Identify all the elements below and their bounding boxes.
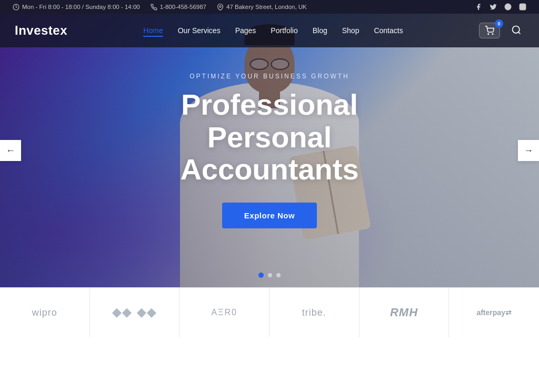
logo: Investex [15,23,67,38]
hero-subtitle: Optimize Your Business Growth [117,73,422,80]
hours-text: Mon - Fri 8:00 - 18:00 / Sunday 8:00 - 1… [22,4,140,10]
hero-title: Professional Personal Accountants [117,88,422,186]
diamond-logo: ◆◆ ◆◆ [112,306,156,319]
svg-line-9 [518,32,521,34]
partners-section: wipro ◆◆ ◆◆ AΞR0 tribe. RMH afterpay⇄ [0,287,539,337]
nav-blog[interactable]: Blog [313,26,327,35]
top-bar-left: Mon - Fri 8:00 - 18:00 / Sunday 8:00 - 1… [13,4,307,11]
facebook-icon[interactable] [475,3,482,11]
svg-point-1 [219,5,221,7]
hero-content: Optimize Your Business Growth Profession… [106,73,433,228]
top-bar: Mon - Fri 8:00 - 18:00 / Sunday 8:00 - 1… [0,0,539,14]
phone-icon [151,4,157,11]
explore-now-button[interactable]: Explore Now [222,203,317,228]
cart-icon [485,26,494,35]
dot-2[interactable] [268,273,272,277]
svg-point-7 [492,34,493,35]
cart-button[interactable]: 0 [479,23,500,38]
top-bar-social [475,3,526,11]
phone-item: 1-800-458-56987 [151,4,206,11]
arrow-left-icon: ← [6,145,15,156]
dot-1[interactable] [258,273,264,278]
partner-rmh: RMH [360,288,450,337]
hero-next-button[interactable]: → [518,140,539,161]
search-button[interactable] [508,22,524,39]
globe-icon[interactable] [504,3,512,11]
svg-point-8 [512,26,519,33]
nav-contacts[interactable]: Contacts [374,26,403,35]
partner-afterpay: afterpay⇄ [449,288,539,337]
svg-point-6 [488,34,489,35]
partner-tribe: tribe. [270,288,360,337]
search-icon [511,25,522,35]
twitter-icon[interactable] [490,3,497,11]
dot-3[interactable] [276,273,281,277]
cart-count: 0 [495,19,503,28]
header: Investex Home Our Services Pages Portfol… [0,14,539,47]
rmh-logo: RMH [390,306,418,319]
arrow-right-icon: → [524,145,533,156]
address-item: 47 Bakery Street, London, UK [217,4,307,11]
nav-shop[interactable]: Shop [342,26,360,35]
aero-logo: AΞR0 [211,308,237,317]
nav-portfolio[interactable]: Portfolio [271,26,297,35]
header-actions: 0 [479,22,524,39]
hours-item: Mon - Fri 8:00 - 18:00 / Sunday 8:00 - 1… [13,4,140,11]
partner-diamonds: ◆◆ ◆◆ [90,288,180,337]
address-text: 47 Bakery Street, London, UK [226,4,307,10]
location-icon [217,4,224,11]
nav-services[interactable]: Our Services [178,26,221,35]
instagram-icon[interactable] [519,3,526,11]
main-nav: Home Our Services Pages Portfolio Blog S… [143,26,403,35]
hero-prev-button[interactable]: ← [0,140,21,161]
afterpay-logo: afterpay⇄ [476,308,511,317]
wipro-logo: wipro [32,307,57,318]
partner-wipro: wipro [0,288,90,337]
nav-pages[interactable]: Pages [235,26,256,35]
tribe-logo: tribe. [302,307,326,318]
hero-dots [258,273,281,278]
nav-home[interactable]: Home [143,26,163,35]
hero-section: Investex Home Our Services Pages Portfol… [0,14,539,287]
partner-aero: AΞR0 [179,288,270,337]
phone-text: 1-800-458-56987 [160,4,206,10]
clock-icon [13,4,19,11]
